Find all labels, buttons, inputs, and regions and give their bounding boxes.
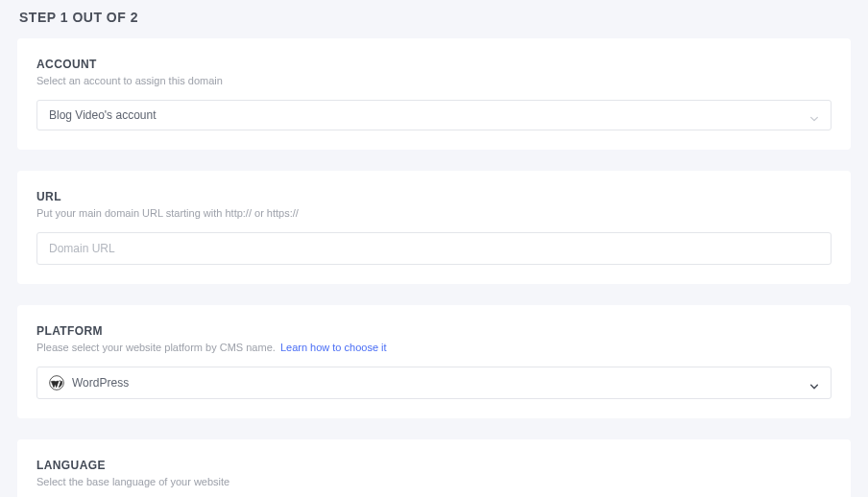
learn-how-link[interactable]: Learn how to choose it	[280, 342, 387, 353]
platform-select[interactable]: WordPress	[36, 367, 832, 399]
wordpress-icon	[49, 375, 64, 390]
panel-language: LANGUAGE Select the base language of you…	[17, 439, 851, 497]
account-subtext: Select an account to assign this domain	[36, 75, 832, 86]
chevron-down-icon	[809, 110, 819, 120]
language-heading: LANGUAGE	[36, 459, 832, 472]
account-selected-value: Blog Video's account	[49, 108, 156, 122]
step-title: STEP 1 OUT OF 2	[17, 10, 851, 25]
panel-account: ACCOUNT Select an account to assign this…	[17, 38, 851, 150]
platform-subtext-text: Please select your website platform by C…	[36, 342, 276, 353]
url-heading: URL	[36, 190, 832, 203]
chevron-down-icon	[809, 378, 819, 388]
platform-heading: PLATFORM	[36, 324, 832, 338]
panel-url: URL Put your main domain URL starting wi…	[17, 171, 851, 284]
domain-url-input[interactable]	[36, 232, 832, 265]
panel-platform: PLATFORM Please select your website plat…	[17, 305, 851, 418]
account-heading: ACCOUNT	[36, 58, 832, 71]
platform-subtext: Please select your website platform by C…	[36, 342, 832, 353]
language-subtext: Select the base language of your website	[36, 476, 832, 487]
account-select[interactable]: Blog Video's account	[36, 100, 832, 130]
url-subtext: Put your main domain URL starting with h…	[36, 207, 832, 219]
platform-selected-value: WordPress	[72, 376, 129, 390]
